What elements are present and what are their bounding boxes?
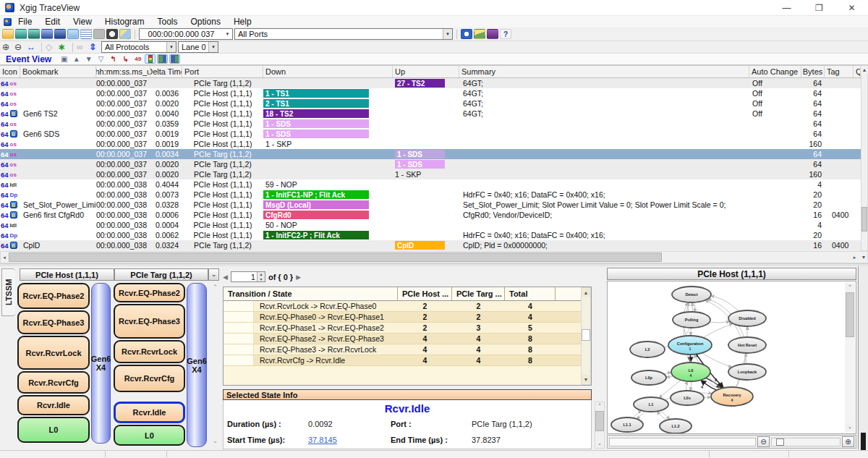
save-segment-icon[interactable]: [28, 29, 40, 39]
prev-event-icon[interactable]: ▲: [71, 54, 82, 64]
column-header-bookmark[interactable]: Bookmark: [20, 66, 96, 77]
color-grid-2-icon[interactable]: [169, 54, 180, 64]
diagram-vscroll-thumb[interactable]: [846, 292, 854, 337]
transition-row[interactable]: Rcvr.EQ-Phase1 -> Rcvr.EQ-Phase2235: [224, 323, 591, 334]
diagram-node-l0[interactable]: L04: [671, 362, 710, 381]
transition-col-3[interactable]: Total: [505, 287, 556, 300]
trace-row[interactable]: 64os000:00:00.000_037PCIe Targ (1,1,2)27…: [0, 78, 861, 88]
trace-row[interactable]: 64BGen6 SDS000:00:00.000_0370.0019PCIe H…: [0, 129, 861, 139]
down-packet-bar[interactable]: 1 - InitFC1-NP ; Flit Ack: [263, 190, 369, 199]
color-grid-1-icon[interactable]: [157, 54, 168, 64]
diagram-node-disabled[interactable]: Disabled: [728, 310, 766, 326]
ltssm-state-rcvr-eq-phase3[interactable]: Rcvr.EQ-Phase3: [114, 304, 185, 339]
transition-index-spinner[interactable]: 1 ▲▼: [231, 271, 265, 282]
diagram-node-l1[interactable]: L1: [634, 397, 668, 412]
minimize-button[interactable]: —: [770, 0, 803, 16]
transition-col-1[interactable]: PCIe Host ...: [398, 287, 452, 300]
grid-scroll-up-icon[interactable]: ▲: [861, 66, 868, 74]
right-edge-scroll-thumb[interactable]: [861, 433, 866, 451]
grid-vscroll-thumb[interactable]: [861, 207, 867, 232]
menu-histogram[interactable]: Histogram: [98, 16, 151, 27]
transition-row[interactable]: Rcvr.EQ-Phase0 -> Rcvr.EQ-Phase1224: [224, 312, 591, 323]
start-time-link[interactable]: 37.8145: [308, 436, 337, 444]
zoom-in-magnifier-icon[interactable]: ⊕: [842, 436, 854, 447]
down-packet-bar[interactable]: 1 - InitFC2-P ; Flit Ack: [263, 231, 369, 239]
diagram-scroll-down-icon[interactable]: ⌄: [846, 423, 854, 431]
open-trace-icon[interactable]: [2, 29, 14, 39]
ltssm-state-rcvr-idle[interactable]: Rcvr.Idle: [114, 402, 185, 423]
ltssm-state-rcvr-eq-phase2[interactable]: Rcvr.EQ-Phase2: [17, 283, 90, 309]
grid-scroll-left-icon[interactable]: ◂: [1, 252, 8, 263]
diagram-node-l0s[interactable]: L0s: [671, 391, 704, 405]
up-packet-bar[interactable]: 27 - TS2: [395, 79, 445, 88]
column-header-up[interactable]: Up: [393, 66, 459, 77]
close-button[interactable]: ✕: [835, 0, 868, 16]
traffic-light-icon[interactable]: [145, 54, 156, 64]
down-packet-bar[interactable]: 1 - TS1: [263, 89, 369, 98]
up-packet-bar[interactable]: CplD: [395, 241, 445, 250]
grid-hscroll-thumb[interactable]: [9, 253, 662, 262]
ports-dropdown[interactable]: All Ports ▼: [234, 28, 453, 40]
down-packet-bar[interactable]: 1 - SDS: [263, 130, 369, 138]
column-header-icon[interactable]: Icon: [0, 66, 20, 77]
save-icon[interactable]: [41, 29, 53, 39]
down-packet-bar[interactable]: 18 - TS2: [263, 109, 369, 118]
right-edge-scroll-strip[interactable]: [858, 266, 868, 449]
diagram-node-configuration[interactable]: Configuration1: [668, 336, 712, 355]
trace-row[interactable]: 64Idl000:00:00.000_0380.0004PCIe Host (1…: [0, 220, 861, 230]
down-packet-bar[interactable]: 2 - TS1: [263, 99, 369, 108]
ltssm-scroll-up-icon[interactable]: ⌃: [210, 284, 220, 291]
menu-options[interactable]: Options: [184, 16, 227, 27]
app-menu-icon[interactable]: [4, 18, 12, 26]
capture-view-icon[interactable]: [67, 29, 79, 39]
transition-col-2[interactable]: PCIe Targ ...: [452, 287, 505, 300]
palette-icon[interactable]: [487, 29, 498, 39]
menu-help[interactable]: Help: [227, 16, 258, 27]
transition-vscroll-thumb[interactable]: [582, 329, 590, 341]
transition-scroll-up-icon[interactable]: ▲: [582, 288, 590, 297]
transition-row[interactable]: Rcvr.RcvrCfg -> Rcvr.Idle448: [224, 355, 591, 366]
diagram-node-hotreset[interactable]: Hot Reset: [728, 337, 766, 353]
column-header-port[interactable]: Port: [182, 66, 263, 77]
trace-row[interactable]: 64BGen6 first CfgRd0000:00:00.000_0380.0…: [0, 210, 861, 220]
select-zoom-icon[interactable]: ▣: [59, 54, 69, 64]
zoom-out-magnifier-icon[interactable]: ⊖: [757, 436, 770, 447]
nav-prev-icon[interactable]: ◀: [223, 273, 228, 281]
trace-row[interactable]: 64Dp000:00:00.000_0380.0073PCIe Host (1,…: [0, 190, 861, 200]
zoom-in-icon[interactable]: ⊕: [2, 42, 13, 52]
protocols-dropdown[interactable]: All Protocols ▼: [101, 41, 176, 53]
grid-scroll-down-icon[interactable]: ▼: [860, 252, 867, 263]
down-packet-bar[interactable]: CfgRd0: [263, 211, 369, 219]
trace-row[interactable]: 64os000:00:00.000_0370.0359PCIe Host (1,…: [0, 119, 861, 129]
lane-dropdown-arrow[interactable]: ▼: [208, 42, 218, 52]
trace-row[interactable]: 64Idl000:00:00.000_0380.4044PCIe Host (1…: [0, 179, 861, 190]
timer-icon[interactable]: [106, 29, 118, 39]
up-packet-bar[interactable]: 1 - SDS: [395, 150, 445, 158]
down-packet-bar[interactable]: MsgD (Local): [263, 200, 369, 209]
menu-file[interactable]: File: [12, 16, 38, 27]
info-clock-icon[interactable]: [461, 29, 472, 39]
zoom-slider-thumb[interactable]: [776, 438, 784, 446]
lane-dropdown[interactable]: Lane 0 ▼: [178, 41, 218, 53]
diagram-zoom-slider[interactable]: [771, 438, 841, 446]
time-dropdown-arrow[interactable]: ▼: [223, 29, 232, 39]
trace-row[interactable]: 64os000:00:00.000_0370.0020PCIe Host (1,…: [0, 98, 861, 109]
report-icon[interactable]: [119, 29, 131, 39]
ltssm-header-dropdown-icon[interactable]: ⌄: [208, 268, 219, 281]
ltssm-state-rcvr-rcvrlock[interactable]: Rcvr.RcvrLock: [17, 336, 90, 370]
diagram-node-l1.1[interactable]: L1.1: [611, 417, 643, 432]
diagram-node-detect[interactable]: Detect: [672, 287, 711, 302]
ltssm-tab[interactable]: LTSSM: [1, 268, 15, 316]
ltssm-state-rcvr-idle[interactable]: Rcvr.Idle: [17, 395, 90, 415]
next-event-icon[interactable]: ▼: [83, 54, 94, 64]
menu-view[interactable]: View: [67, 16, 98, 27]
tag-icon[interactable]: ◇: [46, 42, 56, 52]
trace-row[interactable]: 64BGen6 TS2000:00:00.000_0370.0040PCIe H…: [0, 109, 861, 119]
jump-up-red-icon[interactable]: ↰: [108, 54, 119, 64]
down-packet-bar[interactable]: 1 - SDS: [263, 119, 369, 128]
stop-icon[interactable]: [93, 29, 105, 39]
transition-col-0[interactable]: Transition / State: [224, 287, 398, 300]
save-trace-icon[interactable]: [15, 29, 27, 39]
column-header-delta-time[interactable]: Delta Time: [150, 66, 182, 77]
info-scroll-down-icon[interactable]: ⌄: [595, 440, 604, 447]
